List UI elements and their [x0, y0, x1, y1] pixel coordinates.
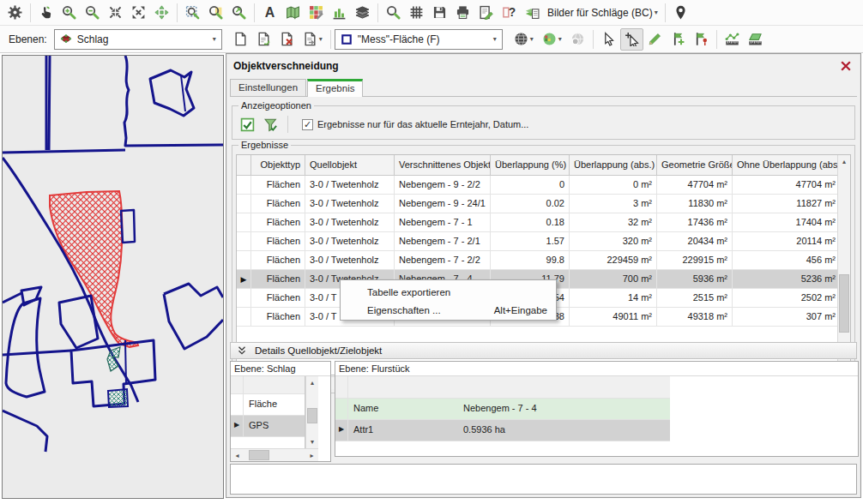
scroll-down-icon[interactable]: ▾ [306, 435, 318, 448]
new-object-icon[interactable] [229, 28, 252, 51]
column-header [237, 155, 251, 175]
map-icon[interactable] [281, 2, 305, 24]
toolbar-separator [593, 30, 594, 49]
details-empty-panel [230, 464, 857, 495]
zoom-extent-icon[interactable] [127, 2, 150, 24]
edit-document-icon[interactable] [474, 2, 498, 24]
toolbar-separator [30, 3, 31, 22]
erntejahr-checkbox[interactable]: ✓ [302, 119, 313, 130]
teal-object-square [108, 389, 128, 407]
table-cell: 3-0 / Twetenholz [305, 176, 395, 194]
selected-field-polygon [50, 191, 138, 347]
chevron-down-icon: ▾ [558, 35, 562, 43]
images-dropdown-icon[interactable]: Bilder für Schläge (BC)▾ [544, 2, 661, 24]
bar-chart-icon[interactable] [328, 2, 351, 24]
layers-toolbar: Ebenen: Schlag ▾ ▾ "Mess"-Fläche (F) ▾ ▾… [0, 26, 863, 53]
measure-area-icon[interactable] [744, 28, 767, 51]
scroll-up-icon[interactable]: ▴ [306, 376, 318, 389]
flag-pin-icon[interactable] [690, 28, 713, 51]
save-icon[interactable] [428, 2, 451, 24]
check-green-icon[interactable] [236, 113, 259, 135]
select-plus-cursor-icon[interactable] [620, 28, 643, 51]
table-cell: 11827 m² [733, 195, 837, 213]
table-cell: Flächen [251, 289, 305, 307]
close-icon[interactable] [838, 58, 854, 74]
gear-icon[interactable] [3, 2, 27, 24]
table-cell: ▶ [237, 270, 251, 288]
zoom-selection-icon[interactable] [181, 2, 204, 24]
detail-row[interactable]: ▶Attr10.5936 ha [335, 420, 670, 441]
detail-row[interactable]: NameNebengem - 7 - 4 [335, 399, 670, 420]
tab-ergebnis[interactable]: Ergebnis [307, 79, 363, 97]
attribute-name: Fläche [244, 394, 282, 415]
detail-header-row [231, 376, 305, 394]
layer-report-icon[interactable] [521, 2, 544, 24]
search-icon[interactable] [382, 2, 405, 24]
globe-disabled-icon[interactable] [566, 28, 589, 51]
menu-item-eigenschaften-[interactable]: Eigenschaften ...Alt+Eingabe [341, 301, 556, 319]
schlag-horizontal-scrollbar[interactable]: ◂ ▸ [231, 448, 318, 461]
legend-colors-icon[interactable] [305, 2, 328, 24]
table-cell: 17436 m² [657, 213, 733, 231]
details-header[interactable]: Details Quellobjekt/Zielobjekt [230, 342, 857, 359]
zoom-out-icon[interactable] [81, 2, 104, 24]
table-cell: 1.57 [491, 232, 570, 250]
delete-object-icon[interactable] [275, 28, 299, 51]
layers-icon[interactable] [351, 2, 374, 24]
table-cell: 3-0 / Twetenholz [305, 195, 395, 213]
layer-select[interactable]: Schlag ▾ [54, 29, 222, 50]
detail-row[interactable]: Fläche [231, 394, 305, 416]
chevron-down-icon: ▾ [493, 35, 497, 43]
detail-header-row [335, 376, 670, 399]
table-cell: 0 m² [570, 176, 657, 194]
map-canvas[interactable] [2, 55, 224, 499]
scroll-up-icon[interactable]: ▴ [838, 155, 850, 168]
print-icon[interactable] [451, 2, 474, 24]
polygon-red-icon [60, 33, 72, 45]
tab-einstellungen[interactable]: Einstellungen [230, 79, 306, 96]
text-label-icon[interactable] [258, 2, 281, 24]
table-row[interactable]: Flächen3-0 / TwetenholzNebengem - 9 - 24… [237, 195, 837, 213]
menu-item-tabelle-exportieren[interactable]: Tabelle exportieren [341, 283, 556, 301]
location-pin-icon[interactable] [669, 2, 692, 24]
scroll-right-icon[interactable]: ▸ [305, 452, 318, 459]
table-row[interactable]: Flächen3-0 / TwetenholzNebengem - 7 - 2/… [237, 251, 837, 270]
help-icon[interactable] [498, 2, 521, 24]
table-row[interactable]: Flächen3-0 / TwetenholzNebengem - 9 - 2/… [237, 176, 837, 195]
table-row[interactable]: Flächen3-0 / TwetenholzNebengem - 7 - 10… [237, 213, 837, 232]
globe-colored-icon[interactable]: ▾ [538, 28, 566, 51]
measure-distance-icon[interactable] [721, 28, 744, 51]
table-header-row: ObjekttypQuellobjektVerschnittenes Objek… [237, 155, 837, 176]
dialog-tabstrip: EinstellungenErgebnis [230, 77, 857, 97]
zoom-shrink-icon[interactable] [104, 2, 127, 24]
search-previous-icon[interactable] [227, 2, 250, 24]
table-row[interactable]: Flächen3-0 / TwetenholzNebengem - 7 - 2/… [237, 232, 837, 251]
scroll-left-icon[interactable]: ◂ [231, 452, 244, 459]
hand-pan-icon[interactable] [34, 2, 57, 24]
table-cell: 5936 m² [657, 270, 733, 288]
table-cell: 3-0 / Twetenholz [305, 251, 395, 269]
select-cursor-icon[interactable] [597, 28, 620, 51]
table-cell: 2502 m² [733, 289, 837, 307]
filter-results-icon[interactable] [259, 113, 282, 135]
attribute-name: Attr1 [348, 420, 458, 441]
search-yellow-icon[interactable] [204, 2, 227, 24]
table-cell: 49318 m² [657, 308, 733, 326]
table-cell: 229915 m² [657, 251, 733, 269]
zoom-in-icon[interactable] [57, 2, 81, 24]
schlag-vertical-scrollbar[interactable]: ▴ ▾ [305, 376, 318, 448]
duplicate-object-icon[interactable] [252, 28, 275, 51]
globe-icon[interactable]: ▾ [510, 28, 538, 51]
table-cell: 2515 m² [657, 289, 733, 307]
mess-flaeche-select[interactable]: "Mess"-Fläche (F) ▾ [335, 29, 503, 50]
column-header: Verschnittenes Objekt [395, 155, 491, 175]
main-toolbar: Bilder für Schläge (BC)▾ [0, 0, 863, 26]
detail-row[interactable]: ▶GPS [231, 416, 305, 437]
grid-icon[interactable] [405, 2, 428, 24]
draw-pencil-icon[interactable] [643, 28, 667, 51]
object-list-icon[interactable]: ▾ [299, 28, 327, 51]
pan-move-icon[interactable] [150, 2, 173, 24]
add-flag-icon[interactable] [667, 28, 690, 51]
table-cell: 456 m² [733, 251, 837, 269]
chevron-down-icon: ▾ [213, 35, 216, 43]
